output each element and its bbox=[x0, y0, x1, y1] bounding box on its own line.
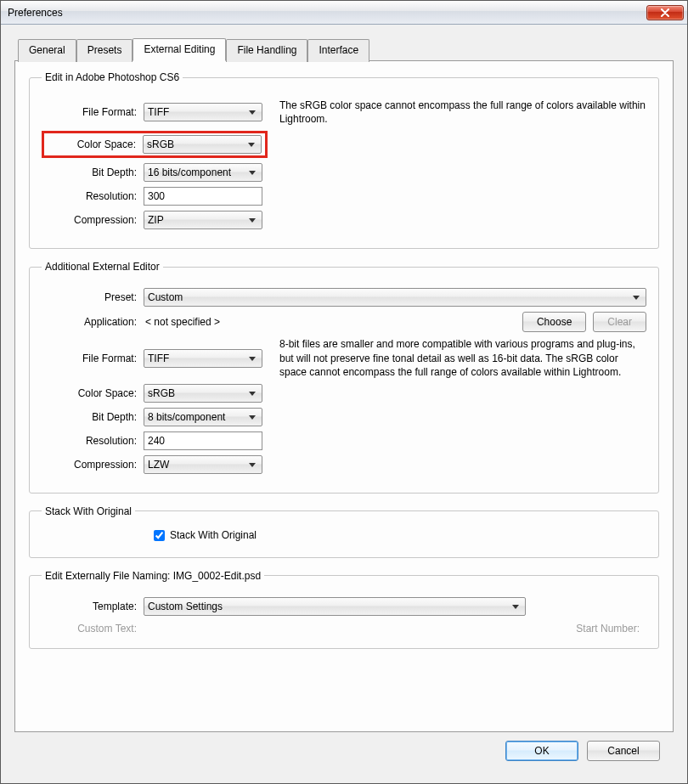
label-application: Application: bbox=[42, 316, 144, 328]
cancel-button[interactable]: Cancel bbox=[587, 741, 660, 761]
row-custom-start: Custom Text: Start Number: bbox=[42, 623, 646, 635]
label-resolution-2: Resolution: bbox=[42, 435, 144, 447]
group-legend-naming: Edit Externally File Naming: IMG_0002-Ed… bbox=[42, 570, 264, 582]
row-template: Template: Custom Settings bbox=[42, 597, 646, 616]
select-bit-depth-1[interactable]: 16 bits/component bbox=[144, 163, 262, 182]
group-legend-additional: Additional External Editor bbox=[42, 261, 163, 273]
group-legend-photoshop: Edit in Adobe Photoshop CS6 bbox=[42, 71, 183, 83]
label-color-space-1: Color Space: bbox=[48, 138, 143, 150]
tab-external-editing[interactable]: External Editing bbox=[133, 38, 226, 61]
close-icon bbox=[660, 8, 670, 17]
highlight-color-space: Color Space: sRGB bbox=[42, 131, 268, 158]
checkbox-stack-with-original[interactable] bbox=[154, 530, 165, 541]
row-bit-depth-2: Bit Depth: 8 bits/component bbox=[42, 408, 646, 426]
select-color-space-2[interactable]: sRGB bbox=[144, 384, 262, 403]
group-file-naming: Edit Externally File Naming: IMG_0002-Ed… bbox=[29, 570, 659, 649]
row-application: Application: < not specified > Choose Cl… bbox=[42, 312, 646, 332]
group-stack-with-original: Stack With Original Stack With Original bbox=[29, 505, 659, 558]
select-compression-1[interactable]: ZIP bbox=[144, 211, 262, 229]
tab-interface[interactable]: Interface bbox=[307, 39, 369, 62]
ok-button[interactable]: OK bbox=[505, 741, 578, 761]
preferences-window: Preferences General Presets External Edi… bbox=[0, 0, 688, 784]
window-title: Preferences bbox=[4, 7, 646, 19]
select-file-format-2[interactable]: TIFF bbox=[144, 349, 262, 368]
tab-row: General Presets External Editing File Ha… bbox=[14, 38, 674, 61]
label-compression-1: Compression: bbox=[42, 214, 144, 226]
label-bit-depth-2: Bit Depth: bbox=[42, 411, 144, 423]
group-legend-stack: Stack With Original bbox=[42, 505, 135, 517]
select-preset[interactable]: Custom bbox=[144, 288, 646, 307]
naming-legend-prefix: Edit Externally File Naming: bbox=[45, 570, 170, 582]
row-color-space-2: Color Space: sRGB bbox=[42, 384, 646, 403]
tab-file-handling[interactable]: File Handling bbox=[226, 39, 307, 62]
info-text-1: The sRGB color space cannot encompass th… bbox=[262, 99, 646, 126]
select-compression-2[interactable]: LZW bbox=[144, 455, 262, 474]
tab-general[interactable]: General bbox=[18, 39, 76, 62]
dialog-body: General Presets External Editing File Ha… bbox=[1, 25, 687, 783]
label-compression-2: Compression: bbox=[42, 459, 144, 471]
label-color-space-2: Color Space: bbox=[42, 387, 144, 399]
label-preset: Preset: bbox=[42, 291, 144, 303]
close-button[interactable] bbox=[646, 5, 684, 20]
label-start-number: Start Number: bbox=[344, 623, 646, 635]
row-resolution-2: Resolution: bbox=[42, 431, 646, 450]
row-compression-2: Compression: LZW bbox=[42, 455, 646, 474]
select-color-space-1[interactable]: sRGB bbox=[143, 135, 262, 154]
input-resolution-2[interactable] bbox=[144, 431, 262, 450]
checkbox-label-stack: Stack With Original bbox=[170, 529, 257, 541]
select-template[interactable]: Custom Settings bbox=[144, 597, 526, 616]
label-file-format-1: File Format: bbox=[42, 106, 144, 118]
select-bit-depth-2[interactable]: 8 bits/component bbox=[144, 408, 262, 426]
row-stack-checkbox: Stack With Original bbox=[150, 527, 646, 544]
naming-filename: IMG_0002-Edit.psd bbox=[173, 570, 261, 582]
application-value: < not specified > bbox=[144, 316, 522, 328]
row-color-space-1: Color Space: sRGB bbox=[42, 131, 646, 158]
info-text-2: 8-bit files are smaller and more compati… bbox=[262, 337, 646, 379]
label-resolution-1: Resolution: bbox=[42, 190, 144, 202]
titlebar: Preferences bbox=[1, 1, 687, 25]
tab-panel-external-editing: Edit in Adobe Photoshop CS6 File Format:… bbox=[14, 60, 674, 732]
group-edit-in-photoshop: Edit in Adobe Photoshop CS6 File Format:… bbox=[29, 71, 659, 249]
tab-presets[interactable]: Presets bbox=[76, 39, 133, 62]
row-resolution-1: Resolution: bbox=[42, 187, 646, 206]
label-template: Template: bbox=[42, 601, 144, 612]
group-additional-editor: Additional External Editor Preset: Custo… bbox=[29, 261, 659, 494]
clear-button[interactable]: Clear bbox=[593, 312, 646, 332]
label-bit-depth-1: Bit Depth: bbox=[42, 166, 144, 178]
choose-button[interactable]: Choose bbox=[522, 312, 586, 332]
label-custom-text: Custom Text: bbox=[42, 623, 144, 635]
label-file-format-2: File Format: bbox=[42, 353, 144, 364]
row-preset: Preset: Custom bbox=[42, 288, 646, 307]
dialog-footer: OK Cancel bbox=[14, 732, 674, 770]
row-file-format-2: File Format: TIFF 8-bit files are smalle… bbox=[42, 337, 646, 379]
select-file-format-1[interactable]: TIFF bbox=[144, 103, 262, 121]
input-resolution-1[interactable] bbox=[144, 187, 262, 206]
row-compression-1: Compression: ZIP bbox=[42, 211, 646, 229]
row-file-format-1: File Format: TIFF The sRGB color space c… bbox=[42, 99, 646, 126]
row-bit-depth-1: Bit Depth: 16 bits/component bbox=[42, 163, 646, 182]
